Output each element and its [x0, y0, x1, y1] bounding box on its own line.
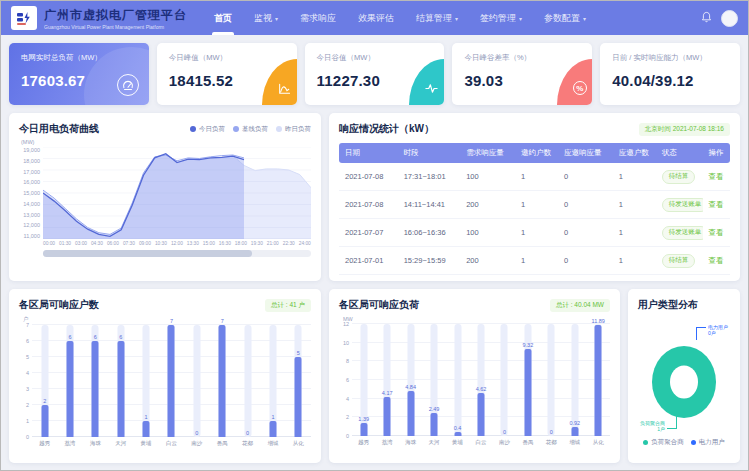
y-tick-label: 3 — [26, 386, 29, 392]
donut-callout-power-users: 电力用户 0户 — [708, 324, 728, 336]
status-cell: 待发送账单 — [656, 219, 703, 247]
bar: 0 — [184, 325, 209, 437]
legend-item[interactable]: 昨日负荷 — [276, 125, 311, 134]
legend-item[interactable]: 负荷聚合商 — [643, 438, 684, 447]
callout-value: 0户 — [708, 330, 716, 336]
bar2-x-labels: 越秀荔湾海珠天河黄埔白云南沙番禺花都增城从化 — [352, 439, 610, 446]
power-bolt-icon — [16, 10, 32, 26]
status-cell: 待发送账单 — [656, 191, 703, 219]
x-tick-label: 09:00 — [139, 241, 151, 246]
column-header: 邀约户数 — [515, 143, 558, 163]
table-cell: 0 — [558, 163, 613, 191]
bar: 6 — [108, 325, 133, 437]
x-tick-label: 04:30 — [91, 241, 103, 246]
nav-item[interactable]: 首页 — [203, 1, 243, 35]
column-header: 时段 — [398, 143, 461, 163]
table-cell: 200 — [460, 191, 515, 219]
y-tick-label: 8 — [346, 358, 349, 364]
bar-fill — [295, 357, 302, 437]
datazoom-handle[interactable] — [43, 250, 252, 257]
nav-item[interactable]: 签约管理▾ — [469, 1, 533, 35]
bar-category-label: 番禺 — [210, 440, 235, 447]
nav-item[interactable]: 监视▾ — [243, 1, 289, 35]
pulse-icon — [409, 59, 444, 105]
legend-item[interactable]: 基线负荷 — [233, 125, 268, 134]
table-cell: 1 — [613, 163, 656, 191]
kpi-label: 今日谷值（MW） — [317, 53, 433, 63]
panel-response-users-chart: 各区局可响应户数 总计 : 41 户 户 01234567 2666170701… — [9, 289, 321, 463]
view-link[interactable]: 查看 — [709, 172, 724, 181]
nav-item-label: 首页 — [214, 12, 232, 25]
view-link[interactable]: 查看 — [709, 228, 724, 237]
legend-label: 负荷聚合商 — [651, 438, 684, 447]
x-tick-label: 00:00 — [43, 241, 55, 246]
bar-category-label: 增城 — [260, 440, 285, 447]
panel-response-table: 响应情况统计（kW） 北京时间 2021-07-08 18:16 日期时段需求响… — [329, 113, 740, 281]
kpi-card: 日前 / 实时响应能力（MW）40.04/39.12 — [600, 43, 740, 105]
bar-fill — [407, 391, 414, 436]
legend-item[interactable]: 电力用户 — [691, 438, 725, 447]
x-tick-label: 22:30 — [283, 241, 295, 246]
y-axis-labels: 19,00018,00017,00016,00015,00014,00013,0… — [19, 147, 43, 239]
chevron-down-icon: ▾ — [275, 15, 278, 22]
bar-track — [548, 324, 555, 436]
bar: 2 — [32, 325, 57, 437]
status-cell: 待结算 — [656, 163, 703, 191]
response-table-title: 响应情况统计（kW） — [339, 122, 434, 136]
kpi-label: 日前 / 实时响应能力（MW） — [612, 53, 728, 63]
column-header: 需求响应量 — [460, 143, 515, 163]
view-link[interactable]: 查看 — [709, 200, 724, 209]
table-row: 2021-07-0115:29~15:59200101待结算查看 — [339, 247, 730, 275]
table-cell: 200 — [460, 247, 515, 275]
nav-item-label: 需求响应 — [300, 12, 336, 25]
kpi-card: 今日峰谷差率（%）39.03% — [452, 43, 592, 105]
nav-item-label: 监视 — [254, 12, 272, 25]
nav-item-label: 效果评估 — [358, 12, 394, 25]
callout-value: 1户 — [657, 426, 665, 432]
bar-fill — [219, 325, 226, 437]
kpi-label: 今日峰谷差率（%） — [464, 53, 580, 63]
status-badge: 待结算 — [662, 254, 696, 268]
logo — [11, 6, 37, 30]
nav-item[interactable]: 结算管理▾ — [405, 1, 469, 35]
bar-fill — [384, 397, 391, 436]
bar-category-label: 从化 — [587, 439, 610, 446]
legend-item[interactable]: 今日负荷 — [190, 125, 225, 134]
response-table: 日期时段需求响应量邀约户数应邀响应量应邀户数状态操作 2021-07-0817:… — [339, 143, 730, 275]
bar: 7 — [159, 325, 184, 437]
bar1-title: 各区局可响应户数 — [19, 298, 99, 312]
view-link[interactable]: 查看 — [709, 256, 724, 265]
x-tick-label: 01:30 — [59, 241, 71, 246]
table-cell: 1 — [515, 191, 558, 219]
status-badge: 待发送账单 — [662, 226, 703, 240]
bar-fill — [477, 393, 484, 436]
x-tick-label: 16:30 — [219, 241, 231, 246]
nav-item[interactable]: 效果评估 — [347, 1, 405, 35]
top-navbar: 广州市虚拟电厂管理平台 Guangzhou Virtual Power Plan… — [1, 1, 748, 35]
nav-item[interactable]: 参数配置▾ — [533, 1, 597, 35]
bar: 2.49 — [422, 324, 445, 436]
bar: 4.62 — [469, 324, 492, 436]
notification-bell-icon[interactable] — [701, 9, 712, 27]
bar: 9.32 — [516, 324, 539, 436]
table-cell: 100 — [460, 163, 515, 191]
bar: 0.4 — [446, 324, 469, 436]
bar: 6 — [57, 325, 82, 437]
nav-menu: 首页监视▾需求响应效果评估结算管理▾签约管理▾参数配置▾ — [203, 1, 597, 35]
y-tick-label: 5 — [26, 354, 29, 360]
nav-item[interactable]: 需求响应 — [289, 1, 347, 35]
datazoom-slider[interactable] — [43, 250, 311, 257]
kpi-card: 电网实时总负荷（MW）17603.67 — [9, 43, 149, 105]
table-cell: 2021-07-08 — [339, 163, 398, 191]
user-avatar[interactable] — [721, 10, 738, 27]
bar-value-label: 5 — [280, 350, 317, 356]
x-tick-label: 13:30 — [187, 241, 199, 246]
gauge-icon — [117, 74, 139, 96]
bar: 11.89 — [587, 324, 610, 436]
kpi-value: 40.04/39.12 — [612, 72, 728, 89]
table-cell: 100 — [460, 219, 515, 247]
bar-value-label: 7 — [204, 318, 241, 324]
bar-category-label: 白云 — [469, 439, 492, 446]
y-tick-label: 0 — [346, 433, 349, 439]
nav-item-label: 签约管理 — [480, 12, 516, 25]
